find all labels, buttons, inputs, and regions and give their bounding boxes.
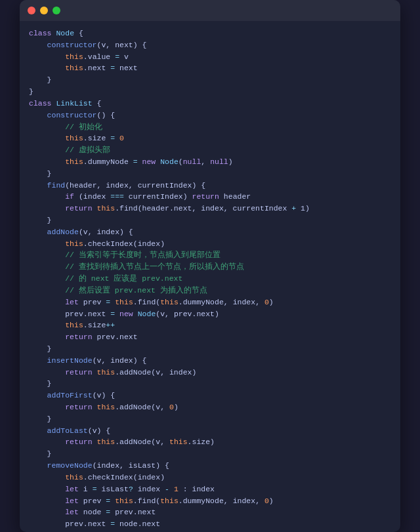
minimize-dot[interactable] [40, 7, 48, 14]
titlebar [20, 0, 400, 21]
maximize-dot[interactable] [52, 7, 60, 14]
code-window: class Node { constructor(v, next) { this… [20, 0, 400, 532]
close-dot[interactable] [28, 7, 35, 14]
code-area: class Node { constructor(v, next) { this… [20, 21, 400, 532]
